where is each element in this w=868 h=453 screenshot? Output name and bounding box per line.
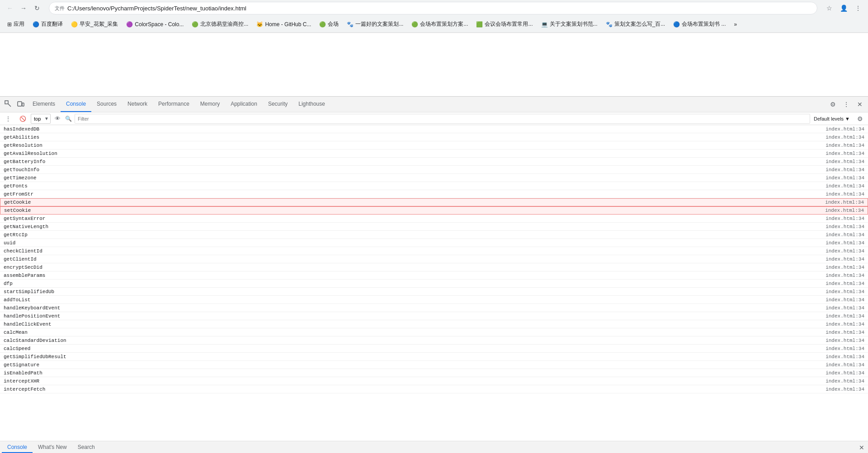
bookmark-huichang-label: 会场 (328, 20, 339, 28)
devtools-close-button[interactable]: ✕ (854, 98, 866, 111)
row-source-link[interactable]: index.html:34 (826, 126, 864, 132)
row-source-link[interactable]: index.html:34 (826, 216, 864, 221)
row-source-link[interactable]: index.html:34 (826, 273, 864, 278)
bookmarks-bar: ⊞ 应用 🔵 百度翻译 🟡 早安_花絮_采集 🟣 ColorSpace - Co… (0, 16, 868, 33)
bottom-tab-console[interactable]: Console (2, 442, 33, 453)
row-source-link[interactable]: index.html:34 (826, 175, 864, 181)
row-source-link[interactable]: index.html:34 (826, 257, 864, 262)
profile-icon: 👤 (840, 5, 848, 12)
row-source-link[interactable]: index.html:34 (825, 200, 864, 205)
huichang-icon: 🟢 (319, 21, 326, 28)
menu-button[interactable]: ⋮ (852, 2, 864, 14)
row-source-link[interactable]: index.html:34 (826, 338, 864, 343)
back-button[interactable]: ← (4, 2, 16, 14)
bookmark-wengan[interactable]: 🐾 一篇好的文案策划... (343, 19, 407, 30)
console-row: hasIndexedDBindex.html:34 (0, 125, 868, 133)
title-bar: ← → ↻ 文件 C:/Users/lenovo/PycharmProjects… (0, 0, 868, 16)
row-source-link[interactable]: index.html:34 (826, 224, 864, 229)
devtools-close-icon: ✕ (857, 101, 863, 108)
console-row: getSyntaxErrorindex.html:34 (0, 215, 868, 223)
row-function-name: uuid (4, 240, 826, 246)
row-source-link[interactable]: index.html:34 (826, 135, 864, 140)
bookmark-more[interactable]: » (731, 19, 741, 29)
bottom-panel-close-button[interactable]: ✕ (857, 443, 866, 452)
row-source-link[interactable]: index.html:34 (826, 387, 864, 392)
row-source-link[interactable]: index.html:34 (826, 248, 864, 254)
tab-network[interactable]: Network (122, 97, 153, 112)
tab-console[interactable]: Console (61, 97, 91, 112)
bookmark-apps-label: 应用 (14, 20, 24, 28)
forward-icon: → (20, 5, 27, 12)
inspect-element-button[interactable] (2, 98, 14, 111)
row-source-link[interactable]: index.html:34 (826, 322, 864, 327)
tab-application[interactable]: Application (225, 97, 263, 112)
baidu-icon: 🔵 (33, 21, 39, 28)
row-source-link[interactable]: index.html:34 (826, 265, 864, 270)
bookmark-huichang[interactable]: 🟢 会场 (316, 19, 342, 30)
clear-console-button[interactable]: 🚫 (16, 112, 29, 125)
row-source-link[interactable]: index.html:34 (826, 378, 864, 384)
device-toggle-button[interactable] (14, 98, 27, 111)
bookmark-huichang3[interactable]: 🔵 会场布置策划书 ... (670, 19, 729, 30)
tab-sources[interactable]: Sources (91, 97, 122, 112)
tab-lighthouse[interactable]: Lighthouse (293, 97, 330, 112)
address-bar[interactable]: 文件 C:/Users/lenovo/PycharmProjects/Spide… (49, 2, 817, 14)
profile-button[interactable]: 👤 (837, 2, 850, 14)
row-source-link[interactable]: index.html:34 (826, 305, 864, 311)
devtools-extra-icon-btn[interactable]: ⋮ (2, 112, 14, 125)
console-row: checkClientIdindex.html:34 (0, 247, 868, 255)
row-source-link[interactable]: index.html:34 (826, 232, 864, 238)
bookmark-zaoan[interactable]: 🟡 早安_花絮_采集 (67, 19, 122, 30)
devtools-more-button[interactable]: ⋮ (840, 98, 853, 111)
bookmark-guanyu-label: 关于文案策划书范... (550, 20, 598, 28)
devtools-toolbar-right: ⚙ ⋮ ✕ (826, 98, 866, 111)
bookmark-guanyu[interactable]: 💻 关于文案策划书范... (538, 19, 601, 30)
row-function-name: getClientId (4, 257, 826, 262)
bookmark-huichang2[interactable]: 🟢 会场布置策划方案... (408, 19, 472, 30)
console-row: getFontsindex.html:34 (0, 182, 868, 190)
bottom-tab-search[interactable]: Search (72, 442, 100, 453)
default-levels-button[interactable]: Default levels ▼ (812, 114, 852, 124)
tab-security[interactable]: Security (263, 97, 293, 112)
tab-memory[interactable]: Memory (195, 97, 225, 112)
row-source-link[interactable]: index.html:34 (826, 191, 864, 197)
row-source-link[interactable]: index.html:34 (826, 183, 864, 189)
console-row: getTouchInfoindex.html:34 (0, 166, 868, 174)
row-source-link[interactable]: index.html:34 (826, 159, 864, 164)
bookmark-zaoan-label: 早安_花絮_采集 (80, 20, 118, 28)
row-source-link[interactable]: index.html:34 (826, 362, 864, 368)
row-source-link[interactable]: index.html:34 (826, 330, 864, 335)
row-source-link[interactable]: index.html:34 (826, 346, 864, 351)
bookmark-huiyi[interactable]: 🟩 会议会场布置常用... (472, 19, 536, 30)
forward-button[interactable]: → (17, 2, 30, 14)
reload-button[interactable]: ↻ (31, 2, 43, 14)
tab-elements[interactable]: Elements (27, 97, 61, 112)
bottom-tab-whatsnew[interactable]: What's New (33, 442, 72, 453)
bookmark-baidu-translate[interactable]: 🔵 百度翻译 (29, 19, 66, 30)
bookmark-github[interactable]: 🐱 Home - GitHub C... (253, 19, 315, 29)
row-source-link[interactable]: index.html:34 (826, 143, 864, 148)
row-source-link[interactable]: index.html:34 (826, 313, 864, 319)
row-source-link[interactable]: index.html:34 (826, 289, 864, 294)
row-source-link[interactable]: index.html:34 (826, 167, 864, 173)
bookmark-cehua[interactable]: 🐾 策划文案怎么写_百... (602, 19, 669, 30)
row-source-link[interactable]: index.html:34 (825, 208, 864, 213)
filter-input[interactable] (75, 114, 810, 124)
tab-performance[interactable]: Performance (153, 97, 195, 112)
row-source-link[interactable]: index.html:34 (826, 354, 864, 360)
context-selector[interactable]: top (31, 114, 51, 124)
row-source-link[interactable]: index.html:34 (826, 281, 864, 286)
bookmark-apps[interactable]: ⊞ 应用 (4, 19, 28, 30)
row-source-link[interactable]: index.html:34 (826, 151, 864, 156)
bookmark-colorspace[interactable]: 🟣 ColorSpace - Colo... (123, 19, 187, 29)
bookmark-beijing[interactable]: 🟢 北京德易堂渝商控... (188, 19, 252, 30)
devtools-more-icon: ⋮ (843, 101, 849, 108)
row-source-link[interactable]: index.html:34 (826, 297, 864, 303)
row-source-link[interactable]: index.html:34 (826, 240, 864, 246)
settings-button[interactable]: ⚙ (826, 98, 839, 111)
svg-rect-2 (18, 102, 22, 106)
star-button[interactable]: ☆ (823, 2, 835, 14)
eye-button[interactable]: 👁 (52, 114, 62, 124)
console-settings-button[interactable]: ⚙ (854, 112, 866, 125)
row-source-link[interactable]: index.html:34 (826, 370, 864, 376)
